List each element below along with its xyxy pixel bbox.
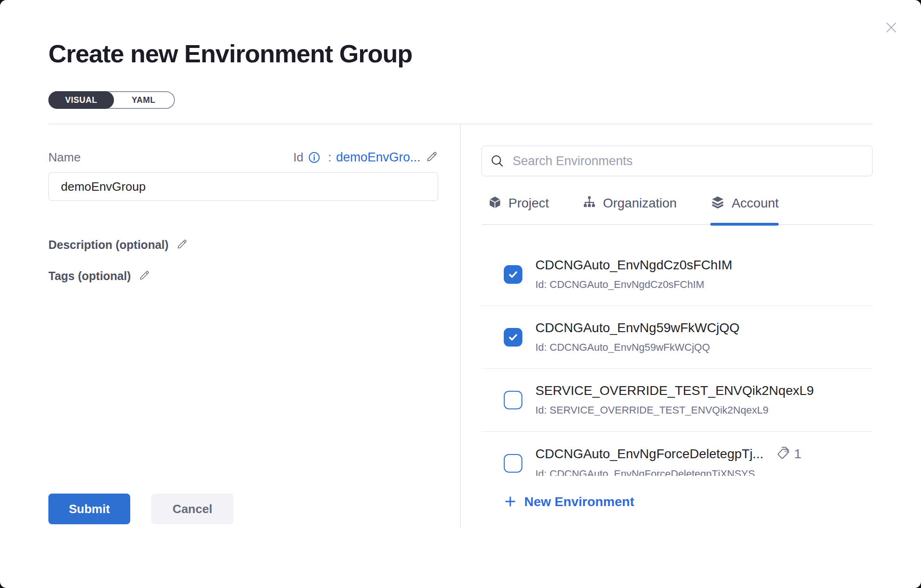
environment-id: Id: CDCNGAuto_EnvNgdCz0sFChIM (535, 278, 732, 291)
check-icon (507, 331, 519, 343)
environment-text: CDCNGAuto_EnvNgForceDeletegpTj... 1 Id: … (535, 446, 801, 476)
name-id-row: Name Id : demoEnvGro... (48, 150, 438, 165)
submit-button[interactable]: Submit (48, 494, 130, 524)
environment-name: SERVICE_OVERRIDE_TEST_ENVQik2NqexL9 (535, 383, 814, 398)
id-separator: : (328, 150, 331, 165)
environment-checkbox[interactable] (504, 454, 522, 473)
tags-row: Tags (optional) (48, 269, 460, 283)
pencil-icon (425, 150, 438, 165)
environment-text: CDCNGAuto_EnvNg59wFkWCjQQ Id: CDCNGAuto_… (535, 321, 740, 354)
description-row: Description (optional) (48, 238, 460, 252)
environment-row[interactable]: CDCNGAuto_EnvNg59wFkWCjQQ Id: CDCNGAuto_… (481, 306, 873, 369)
close-button[interactable] (882, 19, 901, 37)
id-group: Id : demoEnvGro... (294, 150, 439, 165)
info-icon[interactable] (308, 151, 320, 164)
id-label: Id (294, 150, 304, 165)
modal-content: Name Id : demoEnvGro... (0, 124, 921, 528)
environment-checkbox[interactable] (504, 265, 522, 284)
check-icon (507, 268, 519, 281)
new-environment-button[interactable]: New Environment (481, 494, 634, 509)
tag-count: 1 (794, 447, 801, 461)
toggle-visual[interactable]: VISUAL (48, 91, 114, 109)
tag-badge: 1 (776, 446, 801, 462)
search-box (481, 146, 873, 176)
environment-name: CDCNGAuto_EnvNgdCz0sFChIM (535, 258, 732, 273)
new-environment-label: New Environment (524, 494, 634, 509)
environment-text: CDCNGAuto_EnvNgdCz0sFChIM Id: CDCNGAuto_… (535, 258, 732, 291)
sitemap-icon (582, 195, 596, 211)
layers-icon (710, 195, 725, 211)
visual-yaml-toggle: VISUAL YAML (48, 91, 175, 109)
pencil-icon (176, 238, 188, 252)
scope-tabs: Project Organization Account (481, 195, 873, 225)
environment-id: Id: SERVICE_OVERRIDE_TEST_ENVQik2NqexL9 (535, 404, 814, 417)
edit-tags-button[interactable] (138, 269, 150, 283)
close-icon (884, 20, 899, 36)
cancel-button[interactable]: Cancel (151, 494, 234, 524)
tab-label: Account (732, 196, 779, 211)
tab-label: Project (508, 196, 549, 211)
id-value-link[interactable]: demoEnvGro... (336, 150, 420, 165)
name-input[interactable] (48, 172, 438, 201)
modal-header: Create new Environment Group VISUAL YAML (0, 0, 921, 109)
environment-name: CDCNGAuto_EnvNgForceDeletegpTj... (535, 447, 763, 461)
edit-description-button[interactable] (176, 238, 188, 252)
tags-label: Tags (optional) (48, 269, 131, 283)
pencil-icon (138, 269, 150, 283)
search-environments-input[interactable] (481, 146, 873, 176)
environment-row[interactable]: SERVICE_OVERRIDE_TEST_ENVQik2NqexL9 Id: … (481, 369, 873, 432)
form-actions: Submit Cancel (48, 494, 460, 528)
environment-row[interactable]: CDCNGAuto_EnvNgdCz0sFChIM Id: CDCNGAuto_… (481, 243, 873, 306)
create-environment-group-modal: Create new Environment Group VISUAL YAML… (0, 0, 921, 588)
environment-checkbox[interactable] (504, 391, 522, 409)
name-label: Name (48, 150, 80, 165)
environment-id: Id: CDCNGAuto_EnvNgForceDeletegpTjXNSYS (535, 468, 801, 476)
tab-project[interactable]: Project (488, 195, 549, 224)
tab-account[interactable]: Account (710, 195, 779, 224)
tab-organization[interactable]: Organization (582, 195, 677, 224)
environment-row[interactable]: CDCNGAuto_EnvNgForceDeletegpTj... 1 Id: … (481, 432, 873, 476)
plus-icon (504, 495, 517, 509)
edit-id-button[interactable] (425, 150, 438, 165)
environment-name: CDCNGAuto_EnvNg59wFkWCjQQ (535, 321, 740, 335)
environment-checkbox[interactable] (504, 328, 522, 347)
environment-id: Id: CDCNGAuto_EnvNg59wFkWCjQQ (535, 341, 740, 354)
page-title: Create new Environment Group (48, 39, 873, 68)
toggle-yaml[interactable]: YAML (113, 91, 174, 109)
environment-list[interactable]: CDCNGAuto_EnvNgdCz0sFChIM Id: CDCNGAuto_… (481, 225, 873, 476)
tab-label: Organization (603, 196, 677, 211)
tag-icon (776, 446, 790, 462)
environment-panel: Project Organization Account (460, 124, 873, 528)
form-panel: Name Id : demoEnvGro... (48, 124, 460, 528)
description-label: Description (optional) (48, 238, 168, 252)
cube-icon (488, 195, 502, 211)
environment-text: SERVICE_OVERRIDE_TEST_ENVQik2NqexL9 Id: … (535, 383, 814, 417)
search-icon (490, 154, 505, 170)
